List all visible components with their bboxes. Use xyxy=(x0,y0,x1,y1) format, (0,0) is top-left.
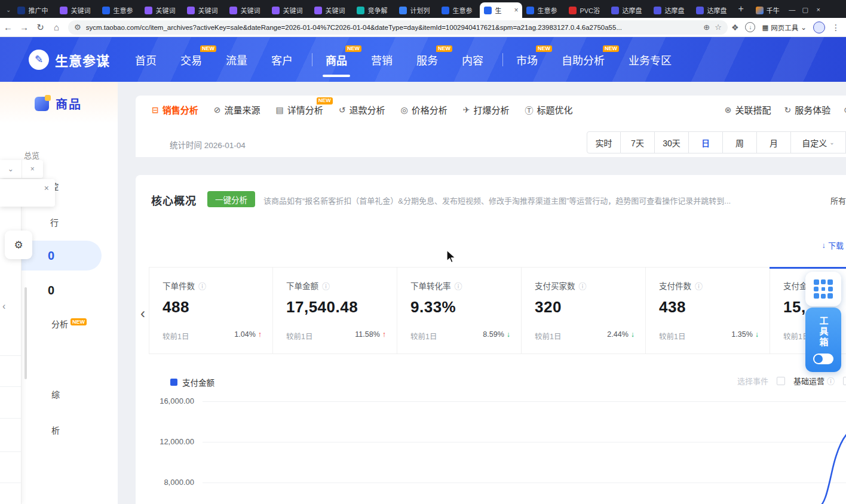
tab-boost-analysis[interactable]: ✈打爆分析 xyxy=(463,103,510,116)
browser-tab[interactable]: 生意参 xyxy=(522,2,565,18)
one-click-analyze-button[interactable]: 一键分析 xyxy=(207,191,255,207)
gridline xyxy=(203,442,846,442)
toolbox-toggle[interactable] xyxy=(813,354,833,364)
nav-divider xyxy=(312,53,312,66)
chevron-left-icon[interactable]: ‹ xyxy=(2,301,5,312)
browser-tab[interactable]: 达摩盘 xyxy=(607,2,649,18)
info-icon[interactable]: ⓘ xyxy=(455,280,462,291)
browser-tab[interactable]: 竞争解 xyxy=(352,2,395,18)
tab-price-analysis[interactable]: ◎价格分析 xyxy=(401,103,447,116)
browser-tab[interactable]: 关键词 xyxy=(140,2,183,18)
browser-tab-active[interactable]: 生× xyxy=(480,2,522,18)
metrics-prev-icon[interactable]: ‹ xyxy=(140,305,145,322)
browser-tab[interactable]: 达摩盘 xyxy=(649,2,692,18)
metric-card-conversion[interactable]: 下单转化率ⓘ 9.33% 较前1日8.59%↓ xyxy=(397,268,522,354)
bookmark-star-icon[interactable]: ☆ xyxy=(715,23,722,32)
scrollbar[interactable] xyxy=(24,287,27,379)
sidebar-item-fragment[interactable]: 行 xyxy=(50,216,59,228)
metric-card-order-items[interactable]: 下单件数ⓘ 488 较前1日1.04%↑ xyxy=(149,268,273,354)
site-settings-icon[interactable]: ⚙ xyxy=(74,23,81,32)
metric-card-pay-buyers[interactable]: 支付买家数ⓘ 320 较前1日2.44%↓ xyxy=(522,268,646,354)
sidebar-item-overview[interactable]: 总览 xyxy=(24,149,39,161)
downloads-icon[interactable]: ↓ xyxy=(745,22,755,32)
info-icon[interactable]: ⓘ xyxy=(827,375,835,386)
toolbox-grid-icon[interactable] xyxy=(805,272,841,306)
nav-service[interactable]: 服务NEW xyxy=(416,52,438,67)
nav-market[interactable]: 市场NEW xyxy=(516,52,538,67)
range-month[interactable]: 月 xyxy=(757,131,791,153)
back-icon[interactable]: ← xyxy=(0,22,16,32)
browser-tab[interactable]: 推广中 xyxy=(13,2,56,18)
collapse-icon[interactable]: ⌄ xyxy=(0,160,22,178)
range-custom[interactable]: 自定义⌄ xyxy=(791,131,846,153)
sycm-logo-icon[interactable]: ✎ xyxy=(29,50,49,70)
info-icon[interactable]: ⓘ xyxy=(322,280,330,291)
event-checkbox-partial[interactable] xyxy=(843,377,846,385)
sidebar-item-fragment[interactable]: 析 xyxy=(51,424,60,436)
sidebar-item-analysis[interactable]: 分析NEW xyxy=(51,318,87,330)
close-icon[interactable]: × xyxy=(44,183,49,193)
forward-icon[interactable]: → xyxy=(16,22,32,32)
avatar[interactable] xyxy=(813,21,825,33)
browser-tab[interactable]: 计划列 xyxy=(395,2,437,18)
tab-related-match[interactable]: ⊛关联搭配 xyxy=(725,103,771,116)
webtools-button[interactable]: ▦ 网页工具 ⌄ xyxy=(762,23,807,32)
nav-content[interactable]: 内容 xyxy=(462,52,483,67)
tab-traffic-source[interactable]: ⊘流量来源 xyxy=(214,103,260,116)
browser-tab[interactable]: 关键词 xyxy=(56,2,98,18)
window-maximize-icon[interactable]: ▢ xyxy=(799,1,812,18)
nav-business-zone[interactable]: 业务专区 xyxy=(629,52,672,67)
range-30d[interactable]: 30天 xyxy=(655,131,689,153)
url-field[interactable]: ⚙ sycm.taobao.com/cc/item_archives?activ… xyxy=(68,20,728,35)
range-realtime[interactable]: 实时 xyxy=(587,131,621,153)
browser-tab[interactable]: 关键词 xyxy=(268,2,310,18)
download-link[interactable]: ↓下载 xyxy=(822,239,844,251)
nav-home[interactable]: 首页 xyxy=(135,52,157,67)
nav-customer[interactable]: 客户 xyxy=(271,52,293,67)
gear-icon[interactable]: ⚙ xyxy=(14,239,23,251)
nav-marketing[interactable]: 营销 xyxy=(371,52,393,67)
tab-title-optimize[interactable]: Ⓣ标题优化 xyxy=(525,103,572,116)
info-icon[interactable]: ⓘ xyxy=(695,280,703,291)
extensions-icon[interactable]: ❖ xyxy=(731,23,739,32)
event-checkbox[interactable] xyxy=(777,377,785,385)
metric-card-pay-items[interactable]: 支付件数ⓘ 438 较前1日1.35%↓ xyxy=(646,268,770,354)
range-day-selected[interactable]: 日 xyxy=(689,131,723,153)
close-icon[interactable]: × xyxy=(22,160,44,178)
tab-service-experience[interactable]: ↻服务体验 xyxy=(784,103,831,116)
browser-tab[interactable]: 达摩盘 xyxy=(692,2,734,18)
browser-tab[interactable]: 关键词 xyxy=(225,2,268,18)
new-tab-button[interactable]: + xyxy=(738,4,743,14)
tab-favicon-icon xyxy=(272,7,280,14)
metric-card-order-amount[interactable]: 下单金额ⓘ 17,540.48 较前1日11.58%↑ xyxy=(273,268,397,354)
tab-search-icon[interactable]: ⌄ xyxy=(6,7,11,13)
browser-menu-icon[interactable]: ⋮ xyxy=(832,23,840,32)
tab-refund-analysis[interactable]: ↺退款分析 xyxy=(339,103,385,116)
zoom-icon[interactable]: ⊕ xyxy=(703,23,710,32)
window-close-icon[interactable]: × xyxy=(812,1,825,18)
home-icon[interactable]: ⌂ xyxy=(48,22,65,32)
browser-tab[interactable]: 生意参 xyxy=(437,2,480,18)
browser-tab[interactable]: PVC浴 xyxy=(565,2,607,18)
nav-traffic[interactable]: 流量 xyxy=(226,52,247,67)
info-icon[interactable]: ⓘ xyxy=(198,280,206,291)
refresh-icon[interactable]: ↻ xyxy=(32,22,48,33)
browser-tab[interactable]: 生意参 xyxy=(98,2,140,18)
sidebar-item-fragment[interactable]: 综 xyxy=(51,388,60,400)
range-week[interactable]: 周 xyxy=(723,131,757,153)
settings-panel[interactable]: ⚙ xyxy=(5,231,32,259)
range-7d[interactable]: 7天 xyxy=(621,131,655,153)
event-checkbox-label[interactable]: 基础运营ⓘ xyxy=(793,375,835,386)
tab-sales-analysis[interactable]: ⊟销售分析 xyxy=(152,103,198,116)
window-minimize-icon[interactable]: — xyxy=(786,1,799,18)
core-more-link[interactable]: 所有 xyxy=(826,195,846,206)
pinned-app-tab[interactable]: 千牛 xyxy=(756,5,780,15)
browser-tab[interactable]: 关键词 xyxy=(183,2,225,18)
info-icon[interactable]: ⓘ xyxy=(579,280,587,291)
nav-trade[interactable]: 交易NEW xyxy=(180,52,202,67)
tab-close-icon[interactable]: × xyxy=(514,7,518,14)
nav-self-analysis[interactable]: 自助分析NEW xyxy=(562,52,605,67)
browser-tab[interactable]: 关键词 xyxy=(310,2,352,18)
nav-goods-active[interactable]: 商品NEW xyxy=(326,52,347,67)
tab-detail-analysis[interactable]: ▤详情分析NEW xyxy=(276,103,323,116)
